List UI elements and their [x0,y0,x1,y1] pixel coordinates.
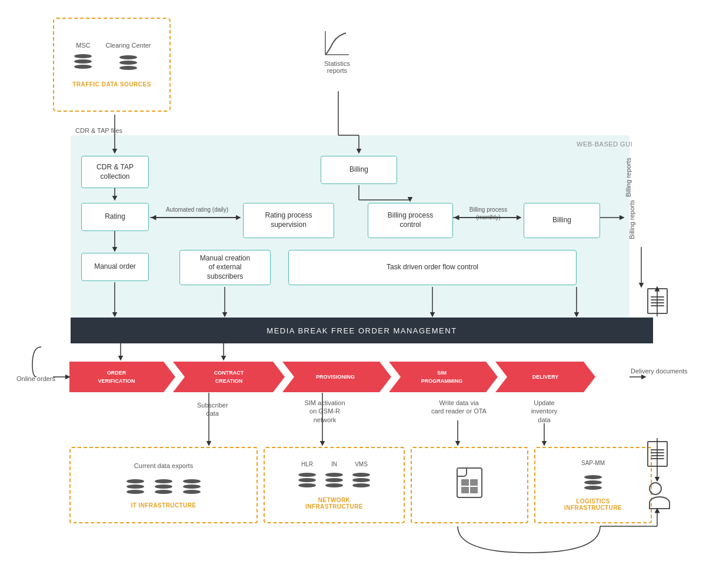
svg-text:VERIFICATION: VERIFICATION [98,378,135,384]
person-icon [649,482,670,509]
clearing-item: Clearing Center [105,42,151,73]
manual-creation-label: Manual creationof externalsubscribers [200,254,250,282]
billing-right-label: Billing [552,216,571,225]
svg-marker-5 [173,362,285,392]
cdr-collection-label: CDR & TAPcollection [96,163,134,181]
billing-right-box: Billing [524,203,600,238]
msc-label: MSC [76,42,90,49]
sim-card-icon [457,467,482,498]
logistics-infra-box: SAP-MM LOGISTICSINFRASTRUCTURE [534,447,652,523]
task-driven-box: Task driven order flow control [288,250,577,285]
task-driven-label: Task driven order flow control [387,263,478,272]
svg-text:PROVISIONING: PROVISIONING [316,374,355,380]
it-infra-box: Current data exports IT INFRASTRUCTURE [69,447,258,523]
logistics-db-icon [582,472,604,493]
billing-reports-label: Billing reports [628,200,635,239]
traffic-sources-box: MSC Clearing Center TRAFFIC DATA SOURCES [53,18,171,112]
network-infra-box: HLR IN VMS NETWORKINFRASTRUCTURE [264,447,405,523]
svg-text:ORDER: ORDER [107,370,126,376]
billing-control-box: Billing processcontrol [368,203,453,238]
svg-text:PROGRAMMING: PROGRAMMING [421,378,463,384]
diagram-container: MSC Clearing Center TRAFFIC DATA SOURCES… [0,0,706,588]
hlr-db-icon [297,470,318,491]
write-data-label: Write data viacard reader or OTA [412,399,506,416]
clearing-label: Clearing Center [105,42,151,49]
sap-mm-label: SAP-MM [581,460,605,466]
delivery-doc-icon [647,441,668,467]
svg-text:CONTRACT: CONTRACT [214,370,244,376]
vms-label: VMS [355,461,368,467]
media-break-label: MEDIA BREAK FREE ORDER MANAGEMENT [267,326,457,335]
logistics-infra-label: LOGISTICSINFRASTRUCTURE [564,498,622,511]
it-db3-icon [181,476,202,497]
network-infra-label: NETWORKINFRASTRUCTURE [305,497,363,510]
subscriber-data-label: Subscriberdata [197,401,228,418]
delivery-arrow: DELIVERY [495,362,595,392]
sim-activation-label: SIM activationon GSM-Rnetwork [289,399,360,424]
msc-item: MSC [72,42,94,73]
stats-label: Statisticsreports [324,60,350,74]
stages-row: ORDER VERIFICATION CONTRACT CREATION PRO… [69,362,595,392]
msc-db-icon [72,51,94,72]
billing-top-label: Billing [349,165,368,175]
delivery-docs-label: Delivery documents [631,368,688,375]
svg-marker-10 [389,362,498,392]
rating-box: Rating [81,203,149,231]
svg-text:CREATION: CREATION [215,378,242,384]
rating-label: Rating [105,212,125,222]
contract-creation-arrow: CONTRACT CREATION [173,362,285,392]
sim-infra-box [411,447,528,523]
media-break-bar: MEDIA BREAK FREE ORDER MANAGEMENT [71,318,653,343]
cdr-collection-box: CDR & TAPcollection [81,156,149,188]
traffic-sources-label: TRAFFIC DATA SOURCES [72,81,151,88]
cdr-tap-label: CDR & TAP files [75,126,122,135]
hlr-label: HLR [301,461,313,467]
rating-supervision-label: Rating processsupervision [265,211,312,229]
clearing-db-icon [118,52,139,73]
billing-reports-label2: Billing reports [625,158,632,197]
sim-programming-arrow: SIM PROGRAMMING [389,362,498,392]
it-infra-label: IT INFRASTRUCTURE [131,502,197,509]
billing-doc-icon [647,288,668,314]
in-label: IN [331,461,337,467]
billing-top-box: Billing [321,156,397,184]
billing-control-label: Billing processcontrol [388,211,433,229]
manual-order-box: Manual order [81,253,149,281]
automated-rating-label: Automated rating (daily) [159,206,235,213]
svg-text:SIM: SIM [437,370,447,376]
it-db1-icon [125,476,146,497]
it-db2-icon [153,476,174,497]
in-db-icon [324,470,345,491]
vms-db-icon [351,470,372,491]
statistics-icon: Statisticsreports [322,28,352,74]
svg-marker-2 [69,362,175,392]
svg-text:DELIVERY: DELIVERY [532,374,559,380]
online-orders-label: Online orders [16,375,55,382]
provisioning-arrow: PROVISIONING [282,362,391,392]
web-gui-label: WEB-BASED GUI [577,140,632,148]
current-data-exports-label: Current data exports [134,462,193,469]
billing-monthly-label: Billing process (monthly) [459,206,518,221]
manual-creation-box: Manual creationof externalsubscribers [179,250,271,285]
order-verification-arrow: ORDER VERIFICATION [69,362,175,392]
manual-order-label: Manual order [94,262,136,272]
rating-supervision-box: Rating processsupervision [243,203,334,238]
update-inventory-label: Updateinventorydata [515,399,574,424]
